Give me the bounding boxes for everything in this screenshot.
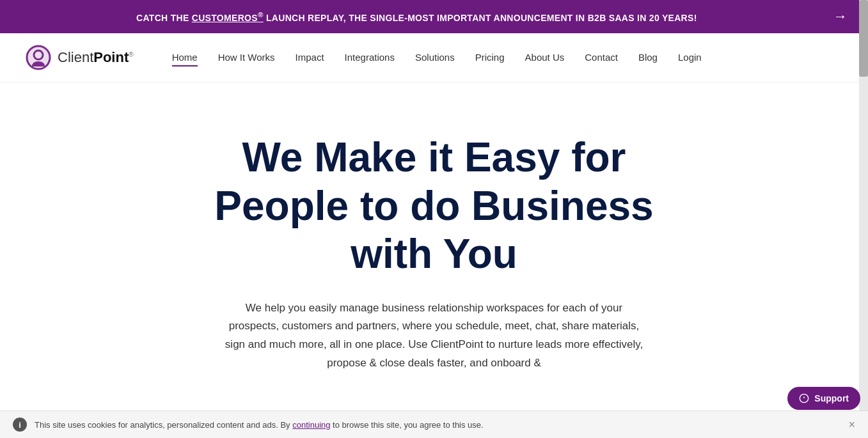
nav-item-impact[interactable]: Impact (296, 52, 324, 63)
nav-item-solutions[interactable]: Solutions (415, 52, 455, 63)
nav-link-how-it-works[interactable]: How It Works (218, 52, 275, 65)
nav-link-impact[interactable]: Impact (296, 52, 324, 65)
nav-link-about-us[interactable]: About Us (525, 52, 565, 65)
nav-link-blog[interactable]: Blog (638, 52, 658, 65)
nav-link-solutions[interactable]: Solutions (415, 52, 455, 65)
hero-subtitle: We help you easily manage business relat… (223, 299, 645, 373)
nav-item-contact[interactable]: Contact (585, 52, 618, 63)
hero-section: We Make it Easy for People to do Busines… (19, 82, 850, 411)
announcement-banner: CATCH THE CUSTOMEROS® LAUNCH REPLAY, THE… (0, 0, 868, 33)
logo-text: ClientPoint® (58, 49, 134, 66)
nav-item-home[interactable]: Home (172, 52, 198, 63)
logo-icon (26, 45, 51, 70)
support-icon (799, 393, 809, 403)
support-button[interactable]: Support (787, 387, 860, 410)
banner-prefix: CATCH THE (136, 13, 192, 23)
hero-title: We Make it Easy for People to do Busines… (210, 134, 658, 279)
banner-brand: CUSTOMEROS® (192, 13, 264, 23)
banner-text[interactable]: CATCH THE CUSTOMEROS® LAUNCH REPLAY, THE… (13, 10, 821, 23)
support-label: Support (814, 393, 849, 403)
nav-item-how-it-works[interactable]: How It Works (218, 52, 275, 63)
nav-link-login[interactable]: Login (678, 52, 702, 65)
nav-item-login[interactable]: Login (678, 52, 702, 63)
banner-suffix: LAUNCH REPLAY, THE SINGLE-MOST IMPORTANT… (264, 13, 697, 23)
nav-link-home[interactable]: Home (172, 52, 198, 66)
nav-item-blog[interactable]: Blog (638, 52, 658, 63)
nav-link-pricing[interactable]: Pricing (475, 52, 505, 65)
nav-item-about-us[interactable]: About Us (525, 52, 565, 63)
nav-links: Home How It Works Impact Integrations So… (172, 52, 702, 63)
page-scrollbar[interactable] (859, 0, 868, 411)
nav-item-pricing[interactable]: Pricing (475, 52, 505, 63)
cookie-bar: i This site uses cookies for analytics, … (0, 411, 868, 411)
navbar: ClientPoint® Home How It Works Impact In… (0, 33, 868, 82)
scrollbar-thumb (859, 0, 868, 77)
nav-link-integrations[interactable]: Integrations (345, 52, 395, 65)
nav-item-integrations[interactable]: Integrations (345, 52, 395, 63)
nav-link-contact[interactable]: Contact (585, 52, 618, 65)
banner-arrow: → (833, 8, 848, 25)
logo[interactable]: ClientPoint® (26, 45, 134, 70)
